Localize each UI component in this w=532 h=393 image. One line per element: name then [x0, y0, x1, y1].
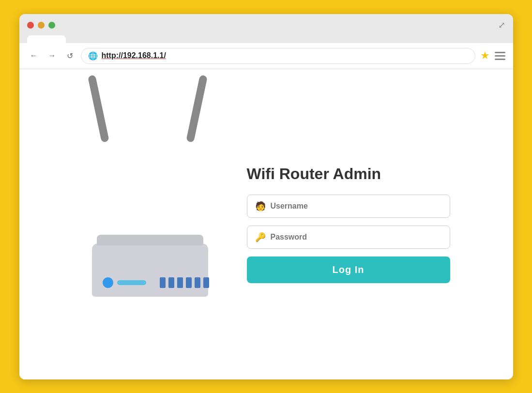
window-controls	[27, 22, 55, 29]
led-bar	[117, 280, 146, 285]
forward-button[interactable]: →	[46, 49, 59, 62]
port-2	[168, 277, 174, 288]
port-5	[195, 277, 200, 288]
menu-line-1	[495, 52, 505, 53]
login-button[interactable]: Log In	[247, 257, 450, 283]
password-icon: 🔑	[255, 232, 266, 242]
password-input[interactable]	[271, 233, 442, 242]
led-circle	[103, 277, 113, 288]
maximize-button[interactable]	[48, 22, 55, 29]
back-button[interactable]: ←	[27, 49, 41, 62]
browser-window: ⤢ ← → ↺ 🌐 http://192.168.1.1/ ★	[19, 14, 513, 379]
port-4	[186, 277, 192, 288]
browser-tab[interactable]	[27, 35, 66, 43]
username-icon: 🧑	[255, 201, 266, 212]
port-6	[203, 277, 209, 288]
nav-bar: ← → ↺ 🌐 http://192.168.1.1/ ★	[19, 43, 513, 69]
router-lights	[103, 277, 209, 288]
port-1	[160, 277, 166, 288]
menu-line-3	[495, 59, 505, 60]
fullscreen-icon: ⤢	[498, 20, 505, 30]
menu-button[interactable]	[495, 52, 505, 60]
login-area: Wifi Router Admin 🧑 🔑 Log In	[247, 165, 450, 283]
port-group	[160, 277, 209, 288]
address-bar[interactable]: 🌐 http://192.168.1.1/	[81, 48, 475, 64]
title-bar: ⤢	[19, 14, 513, 43]
antenna-right	[186, 75, 208, 142]
reload-icon: ↺	[67, 52, 73, 60]
back-icon: ←	[30, 51, 38, 60]
antenna-left	[88, 75, 109, 142]
globe-icon: 🌐	[88, 51, 98, 60]
router-illustration	[82, 151, 218, 297]
password-wrapper: 🔑	[247, 226, 450, 249]
tab-bar	[27, 35, 505, 43]
router-body	[92, 243, 208, 297]
close-button[interactable]	[27, 22, 34, 29]
username-wrapper: 🧑	[247, 195, 450, 218]
login-title: Wifi Router Admin	[247, 165, 450, 183]
menu-line-2	[495, 55, 505, 57]
username-input[interactable]	[271, 202, 442, 211]
minimize-button[interactable]	[38, 22, 45, 29]
reload-button[interactable]: ↺	[64, 49, 76, 62]
bookmark-button[interactable]: ★	[480, 49, 490, 62]
page-content: Wifi Router Admin 🧑 🔑 Log In	[19, 69, 513, 379]
forward-icon: →	[48, 51, 56, 60]
bookmark-icon: ★	[480, 49, 490, 61]
fullscreen-button[interactable]: ⤢	[498, 20, 505, 30]
router-top	[97, 235, 203, 245]
port-3	[177, 277, 183, 288]
url-text: http://192.168.1.1/	[102, 51, 166, 60]
